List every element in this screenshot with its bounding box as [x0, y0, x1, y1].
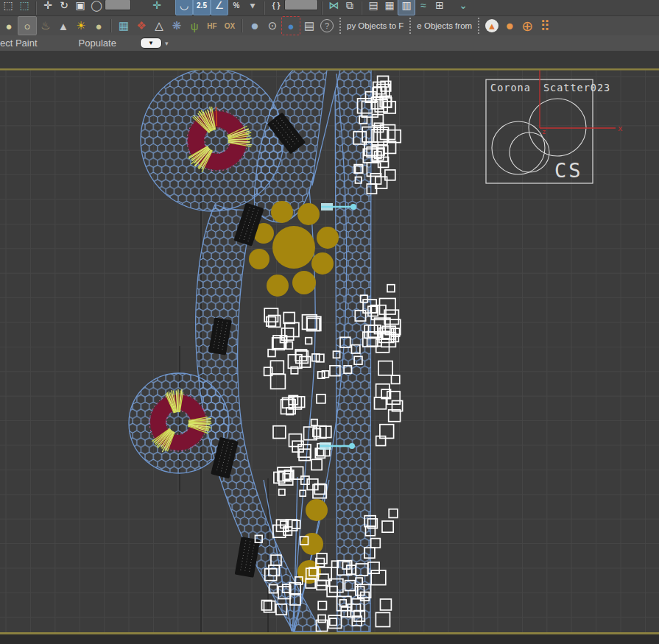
ribbon-icon[interactable]: ▦ [381, 0, 398, 15]
corona-globe-icon[interactable]: ⊕ [518, 17, 536, 35]
gizmo-title: Corona Scatter023 [490, 82, 610, 93]
rect-select-icon[interactable]: ⬚ [0, 0, 16, 15]
ring-icon[interactable]: ○ [18, 16, 37, 35]
tree-circle[interactable] [297, 203, 320, 225]
select-by-material-icon[interactable]: ● [281, 16, 300, 35]
named-selection-sets-icon[interactable]: { } [268, 0, 284, 15]
toolbar-separator [110, 19, 112, 32]
teapot-icon[interactable]: ♨ [37, 17, 54, 35]
toolbar-separator [361, 1, 362, 15]
tool-tabs-row: ect Paint Populate ▼ ▾ [0, 35, 659, 52]
scale-icon[interactable]: ▣ [72, 0, 88, 15]
copy-objects-button[interactable]: py Objects to F [345, 21, 406, 30]
z-axis-label: z [542, 128, 546, 135]
dropdown-caret-icon[interactable]: ▾ [165, 40, 169, 47]
plaza-circle-top[interactable] [141, 68, 283, 211]
path-right-strip[interactable] [335, 68, 371, 631]
paste-objects-button[interactable]: e Objects from [415, 21, 474, 30]
material-ball-icon[interactable]: ● [246, 17, 264, 35]
hemisphere-icon[interactable]: ● [0, 17, 18, 35]
toolbar-separator [264, 1, 265, 15]
copy-clipboard-icon[interactable]: ▤ [300, 17, 318, 35]
tree-circle[interactable] [267, 275, 289, 297]
toolbar-separator [242, 19, 243, 32]
red-tick [216, 107, 216, 126]
tree-circle[interactable] [272, 226, 315, 269]
pyramid-proxy-icon[interactable]: △ [150, 17, 168, 35]
snap-dropdown-icon[interactable]: ▾ [244, 0, 261, 15]
dotted-separator [478, 18, 479, 34]
placement-icon[interactable]: ◯ [88, 0, 105, 15]
extras-toolbar: ●○♨▲☀●▦❖△❋ψHFOX●⊙●▤?py Objects to Fe Obj… [0, 16, 659, 35]
dotted-separator [409, 18, 411, 34]
corona-dots-icon[interactable]: ⠿ [536, 17, 554, 35]
tree-circle[interactable] [249, 249, 269, 269]
status-strip [0, 634, 659, 644]
help-icon[interactable]: ? [318, 17, 336, 35]
tree-circle[interactable] [311, 252, 334, 275]
manipulate-icon[interactable]: ✛ [149, 0, 165, 15]
tree-circle[interactable] [317, 227, 339, 249]
viewport-canvas[interactable]: Corona Scatter023CSxz [0, 0, 659, 644]
selection-set-field[interactable] [284, 0, 318, 10]
hair-ox-icon[interactable]: OX [221, 17, 239, 35]
toolbar-separator [321, 1, 323, 15]
top-viewport[interactable]: Corona Scatter023CSxz [0, 0, 659, 644]
populate-dropdown-pill[interactable]: ▼ [140, 38, 162, 49]
viewport-top-border [0, 68, 659, 71]
sphere-icon[interactable]: ● [90, 17, 108, 35]
corona-flame-icon[interactable]: ▴ [483, 17, 501, 35]
plant-fan-line [188, 422, 211, 423]
particle-array-icon[interactable]: ▦ [115, 17, 133, 35]
viewport-bottom-border [0, 632, 659, 634]
move-icon[interactable]: ✛ [40, 0, 56, 15]
toolbar-viewport-gap [0, 52, 659, 68]
paint-select-icon[interactable]: ⬚ [16, 0, 32, 15]
material-picker-icon[interactable]: ⊙ [264, 17, 281, 35]
tree-circle[interactable] [271, 201, 293, 223]
align-icon[interactable]: ⧉ [342, 0, 358, 15]
snap-25-button[interactable]: 2.5 [193, 0, 211, 15]
angle-snap-icon[interactable]: ∠ [211, 0, 228, 15]
rock-icon[interactable]: ❋ [168, 17, 186, 35]
tree-circle[interactable] [292, 271, 316, 294]
curve-editor-icon[interactable]: ≈ [415, 0, 431, 15]
snap-toggle-icon[interactable]: ◡ [175, 0, 193, 15]
plaza-circle-bottom[interactable] [129, 373, 229, 473]
render-chevron-icon[interactable]: ⌄ [455, 0, 471, 15]
dotted-separator [339, 18, 341, 34]
3dsmax-window: { "toolbar_row1": { "items": [ {"t":"ico… [0, 0, 659, 644]
metaball-icon[interactable]: ❖ [133, 17, 150, 35]
scene-explorer-icon[interactable]: ▥ [398, 0, 415, 15]
corona-circle-icon[interactable]: ● [501, 17, 518, 35]
gizmo-initials: CS [554, 159, 583, 182]
sun-icon[interactable]: ☀ [72, 17, 90, 35]
layer-manager-icon[interactable]: ▤ [365, 0, 381, 15]
fur-hf-icon[interactable]: HF [203, 17, 221, 35]
mirror-icon[interactable]: ⋈ [325, 0, 342, 15]
reference-coordinate-dropdown[interactable] [105, 0, 131, 10]
toolbar-separator [35, 1, 37, 15]
percent-snap-icon[interactable]: % [228, 0, 244, 15]
schematic-view-icon[interactable]: ⊞ [431, 0, 448, 15]
main-toolbar: ⬚⬚✛↻▣◯✛◡2.5∠%▾{ }⋈⧉▤▦▥≈⊞⌄ [0, 0, 659, 16]
tab-populate[interactable]: Populate [79, 38, 116, 49]
cone-icon[interactable]: ▲ [54, 17, 72, 35]
grass-icon[interactable]: ψ [186, 17, 203, 35]
scene-layer: Corona Scatter023CSxz [0, 68, 659, 634]
tree-circle[interactable] [306, 499, 328, 521]
x-axis-label: x [618, 124, 623, 133]
tab-object-paint[interactable]: ect Paint [0, 38, 38, 49]
rotate-icon[interactable]: ↻ [56, 0, 72, 15]
